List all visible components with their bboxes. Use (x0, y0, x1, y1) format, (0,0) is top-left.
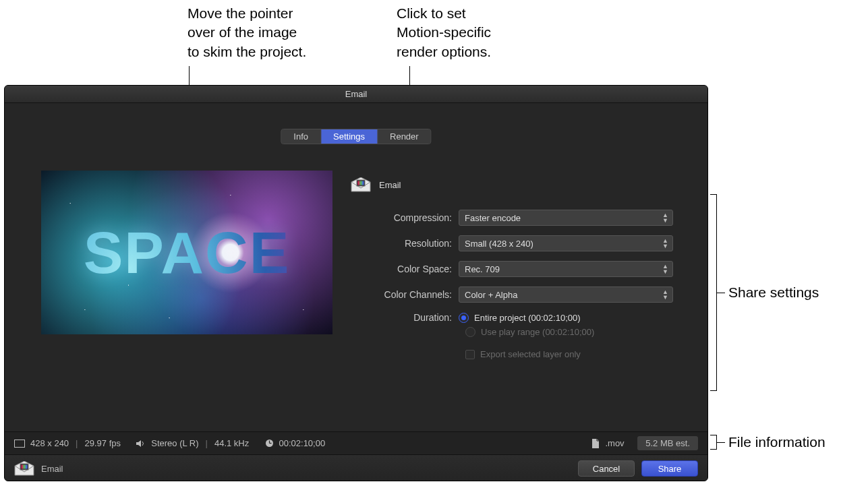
action-bar: Email Cancel Share (5, 455, 707, 481)
envelope-icon (351, 177, 371, 192)
frame-icon (14, 440, 25, 448)
status-extension: .mov (605, 438, 624, 448)
compression-label: Compression: (351, 212, 459, 223)
export-selected-checkbox[interactable] (465, 350, 475, 359)
duration-label: Duration: (351, 312, 459, 323)
tab-render[interactable]: Render (378, 129, 431, 144)
destination-header: Email (351, 177, 401, 192)
resolution-label: Resolution: (351, 238, 459, 249)
resolution-select[interactable]: Small (428 x 240) ▲▼ (459, 235, 673, 251)
preview-thumbnail[interactable]: SPACE (41, 171, 332, 334)
status-fps: 29.97 fps (85, 438, 121, 448)
bracket-share-settings (710, 194, 717, 391)
svg-rect-10 (22, 465, 28, 469)
settings-form: Compression: Faster encode ▲▼ Resolution… (351, 210, 673, 359)
status-filesize: 5.2 MB est. (637, 436, 698, 450)
tab-info[interactable]: Info (281, 129, 321, 144)
colorspace-select[interactable]: Rec. 709 ▲▼ (459, 261, 673, 277)
channels-label: Color Channels: (351, 289, 459, 300)
actionbar-destination: Email (41, 464, 63, 474)
callout-skim: Move the pointer over of the image to sk… (187, 4, 306, 61)
share-button[interactable]: Share (641, 460, 698, 477)
duration-entire-radio[interactable] (459, 313, 469, 323)
status-duration: 00:02:10;00 (279, 438, 326, 448)
window-title: Email (5, 86, 707, 103)
duration-range-radio[interactable] (465, 327, 475, 337)
resolution-value: Small (428 x 240) (465, 239, 533, 249)
speaker-icon (136, 440, 146, 448)
tab-segmented-control: Info Settings Render (281, 129, 431, 144)
bracket-stem-file-info (717, 442, 725, 443)
cancel-button[interactable]: Cancel (578, 460, 635, 477)
status-bar: 428 x 240 | 29.97 fps Stereo (L R) | 44.… (5, 431, 707, 454)
window-body: Info Settings Render SPACE Email (5, 103, 707, 455)
share-window: Email Info Settings Render SPACE (4, 85, 708, 481)
bracket-stem-share (717, 293, 725, 293)
export-selected-label: Export selected layer only (480, 349, 581, 359)
annotation-file-info: File information (728, 434, 826, 450)
svg-marker-4 (136, 440, 141, 447)
chevron-updown-icon: ▲▼ (662, 212, 668, 223)
duration-entire-label: Entire project (00:02:10;00) (474, 313, 581, 323)
clock-icon (265, 439, 274, 448)
colorspace-value: Rec. 709 (465, 264, 500, 274)
status-samplerate: 44.1 kHz (214, 438, 249, 448)
bracket-file-info (710, 435, 717, 450)
status-dimensions: 428 x 240 (30, 438, 69, 448)
chevron-updown-icon: ▲▼ (662, 238, 668, 249)
svg-rect-3 (15, 440, 25, 447)
envelope-icon (14, 461, 34, 476)
compression-value: Faster encode (465, 213, 521, 223)
compression-select[interactable]: Faster encode ▲▼ (459, 210, 673, 226)
chevron-updown-icon: ▲▼ (662, 289, 668, 300)
channels-select[interactable]: Color + Alpha ▲▼ (459, 286, 673, 303)
chevron-updown-icon: ▲▼ (662, 264, 668, 274)
file-icon (591, 439, 600, 448)
channels-value: Color + Alpha (465, 290, 517, 300)
annotation-share-settings: Share settings (728, 284, 819, 301)
destination-label: Email (379, 180, 401, 190)
preview-text: SPACE (41, 171, 332, 334)
tab-settings[interactable]: Settings (321, 129, 378, 144)
duration-range-label: Use play range (00:02:10;00) (481, 327, 594, 337)
callout-render: Click to set Motion-specific render opti… (397, 4, 491, 61)
colorspace-label: Color Space: (351, 264, 459, 274)
svg-rect-2 (358, 181, 364, 185)
status-audio: Stereo (L R) (151, 438, 198, 448)
